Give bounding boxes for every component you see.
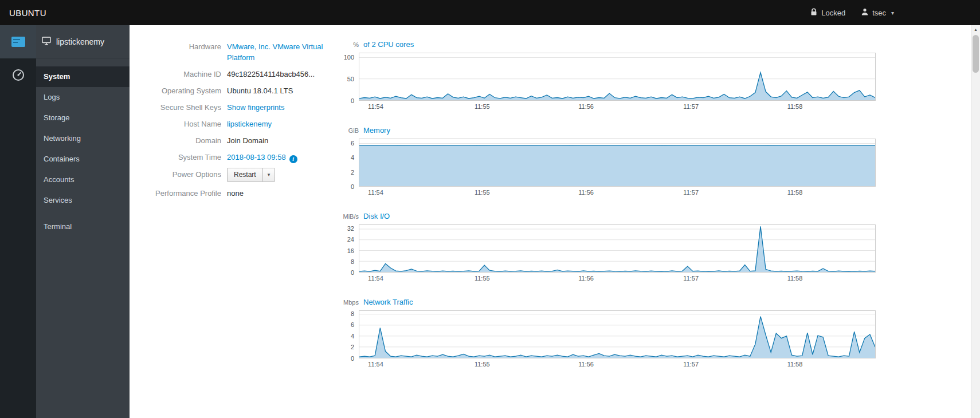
chart-plot xyxy=(359,139,876,187)
chart-title-link[interactable]: of 2 CPU cores xyxy=(363,40,414,49)
system-info-panel: HardwareVMware, Inc. VMware Virtual Plat… xyxy=(152,40,342,418)
y-tick-label: 50 xyxy=(347,76,354,82)
x-tick-label: 11:54 xyxy=(368,103,383,110)
restart-button[interactable]: Restart xyxy=(227,168,263,182)
y-tick-label: 32 xyxy=(347,225,354,232)
info-label-machine-id: Machine ID xyxy=(152,68,227,80)
info-label-system-time: System Time xyxy=(152,151,227,163)
x-tick-label: 11:56 xyxy=(578,103,594,110)
x-tick-label: 11:56 xyxy=(578,275,594,282)
info-row-operating-system: Operating SystemUbuntu 18.04.1 LTS xyxy=(152,84,342,96)
domain-action-link[interactable]: Join Domain xyxy=(227,136,268,145)
chart-y-axis: 050100 xyxy=(342,53,359,101)
info-row-host-name: Host Namelipstickenemy xyxy=(152,117,342,129)
x-tick-label: 11:55 xyxy=(475,103,490,110)
sidebar-item-system[interactable]: System xyxy=(36,66,130,87)
hardware-link[interactable]: VMware, Inc. VMware Virtual Platform xyxy=(227,42,323,62)
chart-title-link[interactable]: Disk I/O xyxy=(363,212,390,220)
x-tick-label: 11:54 xyxy=(368,275,383,282)
chart-canvas xyxy=(359,53,875,100)
info-text: none xyxy=(227,189,244,198)
sidebar-item-containers[interactable]: Containers xyxy=(36,149,130,169)
chart-unit-label: GiB xyxy=(342,127,359,134)
user-icon xyxy=(861,8,868,17)
chart-x-axis: 11:5411:5511:5611:5711:58 xyxy=(363,358,880,368)
machine-icon xyxy=(42,37,51,47)
host-strip xyxy=(0,25,36,418)
info-row-hardware: HardwareVMware, Inc. VMware Virtual Plat… xyxy=(152,40,342,63)
x-tick-label: 11:57 xyxy=(683,361,699,368)
secure-shell-keys-link[interactable]: Show fingerprints xyxy=(227,103,284,112)
chart-header: MiB/sDisk I/O xyxy=(342,212,880,220)
chart-y-axis: 0246 xyxy=(342,139,359,187)
x-tick-label: 11:57 xyxy=(683,275,699,282)
y-tick-label: 2 xyxy=(351,344,354,350)
power-options-button-group: Restart▾ xyxy=(227,168,275,182)
y-tick-label: 24 xyxy=(347,236,354,243)
info-value-secure-shell-keys: Show fingerprints xyxy=(227,101,284,113)
x-tick-label: 11:58 xyxy=(787,189,803,196)
scrollbar[interactable]: ▴ xyxy=(971,25,980,418)
locked-label: Locked xyxy=(821,9,845,17)
locked-indicator[interactable]: Locked xyxy=(810,8,845,18)
info-label-secure-shell-keys: Secure Shell Keys xyxy=(152,101,227,113)
chart-header: %of 2 CPU cores xyxy=(342,40,880,49)
sidebar-item-networking[interactable]: Networking xyxy=(36,128,130,149)
system-time-link[interactable]: 2018-08-13 09:58 xyxy=(227,153,286,161)
sidebar-nav: SystemLogsStorageNetworkingContainersAcc… xyxy=(36,58,130,237)
dashboard-icon[interactable] xyxy=(0,58,36,92)
chart-canvas xyxy=(359,139,875,186)
x-tick-label: 11:54 xyxy=(368,361,383,368)
chart-title-link[interactable]: Network Traffic xyxy=(363,298,413,306)
info-label-operating-system: Operating System xyxy=(152,84,227,96)
chart-canvas xyxy=(359,225,875,272)
y-tick-label: 8 xyxy=(351,310,354,317)
info-row-machine-id: Machine ID49c1822514114bacb456... xyxy=(152,68,342,80)
x-tick-label: 11:57 xyxy=(683,189,699,196)
info-value-host-name: lipstickenemy xyxy=(227,117,272,129)
user-label: tsec xyxy=(872,9,886,17)
sidebar-item-logs[interactable]: Logs xyxy=(36,87,130,108)
chart-area: 02468 xyxy=(342,310,880,358)
info-value-operating-system: Ubuntu 18.04.1 LTS xyxy=(227,84,293,96)
x-tick-label: 11:57 xyxy=(683,103,699,110)
chart-title-link[interactable]: Memory xyxy=(363,126,390,135)
info-value-hardware: VMware, Inc. VMware Virtual Platform xyxy=(227,40,329,63)
x-tick-label: 11:54 xyxy=(368,189,383,196)
x-tick-label: 11:55 xyxy=(475,275,490,282)
brand: UBUNTU xyxy=(9,8,46,18)
y-tick-label: 0 xyxy=(351,269,354,276)
chart-y-axis: 02468 xyxy=(342,310,359,358)
y-tick-label: 4 xyxy=(351,333,354,340)
user-menu[interactable]: tsec ▾ xyxy=(861,8,894,17)
sidebar-item-storage[interactable]: Storage xyxy=(36,108,130,128)
sidebar: lipstickenemy SystemLogsStorageNetworkin… xyxy=(0,25,130,418)
sidebar-item-accounts[interactable]: Accounts xyxy=(36,169,130,190)
sidebar-item-terminal[interactable]: Terminal xyxy=(36,216,130,237)
chart-area: 050100 xyxy=(342,53,880,101)
x-tick-label: 11:55 xyxy=(475,361,490,368)
chevron-down-icon: ▾ xyxy=(891,10,894,16)
sidebar-main: lipstickenemy SystemLogsStorageNetworkin… xyxy=(36,25,130,237)
info-text: 49c1822514114bacb456... xyxy=(227,70,315,78)
info-text: Ubuntu 18.04.1 LTS xyxy=(227,86,293,95)
chart-header: MbpsNetwork Traffic xyxy=(342,298,880,306)
chart-plot xyxy=(359,224,876,273)
scroll-up-arrow[interactable]: ▴ xyxy=(971,25,980,34)
host-name-link[interactable]: lipstickenemy xyxy=(227,120,272,128)
info-icon[interactable]: i xyxy=(289,155,297,163)
info-value-performance-profile: none xyxy=(227,187,244,199)
restart-dropdown-toggle[interactable]: ▾ xyxy=(263,168,276,182)
y-tick-label: 6 xyxy=(351,321,354,328)
host-header[interactable]: lipstickenemy xyxy=(36,25,130,58)
info-label-host-name: Host Name xyxy=(152,117,227,129)
scrollbar-thumb[interactable] xyxy=(973,35,979,73)
info-value-machine-id: 49c1822514114bacb456... xyxy=(227,68,315,80)
chart-area: 08162432 xyxy=(342,224,880,273)
chart-x-axis: 11:5411:5511:5611:5711:58 xyxy=(363,187,880,196)
sidebar-item-services[interactable]: Services xyxy=(36,190,130,211)
chart-unit-label: Mbps xyxy=(342,299,359,306)
x-tick-label: 11:56 xyxy=(578,189,594,196)
host-server-icon[interactable] xyxy=(0,25,36,58)
chart-canvas xyxy=(359,311,875,358)
